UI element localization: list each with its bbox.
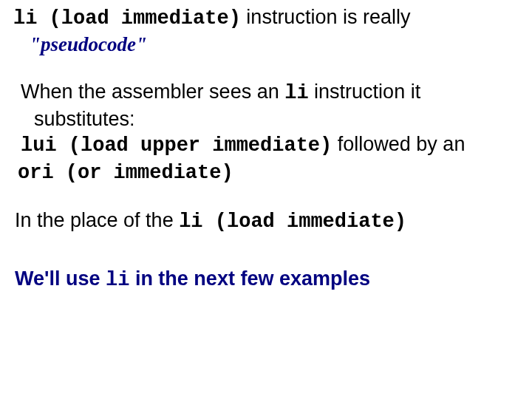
slide: li (load immediate) instruction is reall… — [0, 0, 532, 399]
code-li-load-immediate-2: li (load immediate) — [179, 211, 406, 233]
code-li-2: li — [106, 269, 129, 291]
text-followed-by-an: followed by an — [332, 133, 465, 155]
code-li: li — [284, 82, 308, 104]
code-lui: lui (load upper immediate) — [21, 134, 332, 157]
spacer — [13, 250, 519, 266]
para-in-place-of: In the place of the li (load immediate) — [13, 208, 519, 235]
para-when-assembler: When the assembler sees an li instructio… — [13, 79, 519, 132]
para-lui: lui (load upper immediate) followed by a… — [13, 132, 519, 159]
para-well-use-li: We'll use li in the next few examples — [13, 266, 519, 293]
para-li-pseudocode: li (load immediate) instruction is reall… — [13, 4, 519, 57]
text-in-place-of: In the place of the — [15, 209, 179, 231]
text-when-assembler-a: When the assembler sees an — [21, 81, 284, 103]
text-next-examples: in the next few examples — [129, 267, 370, 290]
para-ori: ori (or immediate) — [13, 159, 519, 186]
text-well-use: We'll use — [15, 267, 106, 290]
spacer — [13, 200, 519, 208]
text-instruction-is-really: instruction is really — [241, 6, 411, 28]
code-ori: ori (or immediate) — [18, 162, 233, 184]
code-li-load-immediate: li (load immediate) — [13, 7, 241, 30]
spacer — [13, 72, 519, 79]
text-pseudocode: "pseudocode" — [13, 32, 147, 58]
